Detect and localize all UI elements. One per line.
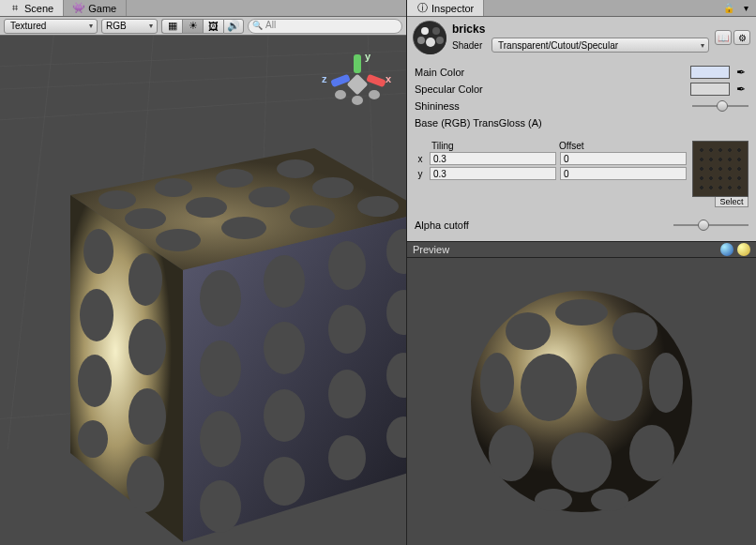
offset-y-input[interactable] — [560, 167, 687, 180]
main-color-eyedropper-icon[interactable]: ✒ — [733, 65, 748, 80]
svg-point-21 — [290, 205, 335, 228]
specular-color-swatch[interactable] — [690, 83, 730, 96]
svg-point-61 — [489, 425, 534, 481]
main-color-label: Main Color — [415, 67, 687, 78]
svg-point-51 — [426, 38, 435, 47]
svg-point-30 — [127, 456, 164, 512]
tab-game-label: Game — [88, 3, 116, 14]
svg-point-64 — [535, 489, 572, 511]
color-mode-dropdown[interactable]: RGB — [101, 19, 158, 34]
search-placeholder: All — [265, 20, 276, 30]
orientation-gizmo[interactable]: y x z — [325, 53, 389, 116]
svg-point-37 — [328, 305, 366, 354]
specular-color-eyedropper-icon[interactable]: ✒ — [733, 82, 748, 97]
material-properties: Main Color ✒ Specular Color ✒ Shininess … — [407, 58, 756, 137]
tiling-x-input[interactable] — [430, 152, 556, 165]
tiling-y-input[interactable] — [430, 167, 556, 180]
offset-header-label: Offset — [559, 141, 687, 151]
axis-x-label: x — [415, 154, 426, 164]
tab-game[interactable]: 👾 Game — [64, 0, 127, 16]
svg-point-45 — [328, 435, 366, 480]
color-mode-value: RGB — [106, 21, 127, 31]
svg-point-36 — [264, 322, 305, 374]
svg-point-33 — [328, 241, 366, 290]
shader-label: Shader — [452, 40, 488, 51]
svg-point-65 — [591, 489, 628, 511]
scene-viewport[interactable]: y x z — [0, 36, 406, 545]
svg-point-12 — [155, 178, 192, 197]
svg-point-27 — [78, 355, 112, 407]
search-input[interactable]: All — [248, 19, 402, 34]
svg-point-48 — [421, 27, 429, 35]
svg-point-63 — [629, 425, 674, 481]
axis-y-label: y — [415, 169, 426, 179]
svg-point-31 — [200, 270, 241, 326]
scene-tabs: ⌗ Scene 👾 Game — [0, 0, 406, 17]
svg-point-50 — [417, 37, 425, 44]
alpha-cutoff-label: Alpha cutoff — [415, 220, 666, 231]
offset-x-input[interactable] — [560, 152, 687, 165]
svg-point-25 — [80, 289, 113, 341]
lighting-toggle-button[interactable]: ☀ — [182, 19, 203, 34]
lock-icon[interactable]: 🔒 — [722, 2, 735, 15]
gizmo-z-label: z — [322, 73, 327, 84]
shininess-label: Shininess — [415, 100, 688, 112]
svg-point-20 — [221, 217, 266, 239]
texture-select-button[interactable]: Select — [715, 196, 748, 207]
material-header: bricks Shader Transparent/Cutout/Specula… — [407, 17, 756, 58]
gizmo-x-axis[interactable] — [366, 74, 386, 87]
gizmo-y-axis[interactable] — [354, 54, 361, 73]
toggle-2d-button[interactable]: ▦ — [161, 19, 182, 34]
gizmo-center[interactable] — [347, 74, 369, 96]
svg-point-54 — [555, 299, 608, 325]
svg-point-23 — [83, 229, 113, 274]
help-button[interactable]: 📖 — [715, 30, 732, 45]
preview-sphere — [464, 284, 699, 519]
tab-scene[interactable]: ⌗ Scene — [0, 0, 64, 16]
tab-inspector[interactable]: ⓘ Inspector — [407, 0, 484, 16]
panel-menu-icon[interactable]: ▾ — [739, 2, 752, 15]
svg-point-24 — [129, 253, 162, 306]
svg-point-49 — [432, 27, 440, 35]
scene-cube[interactable] — [33, 111, 406, 545]
scene-icon: ⌗ — [9, 3, 21, 14]
texture-thumbnail[interactable] — [692, 141, 748, 197]
main-color-swatch[interactable] — [690, 66, 730, 79]
svg-point-26 — [129, 319, 166, 375]
inspector-icon: ⓘ — [416, 3, 428, 14]
render-mode-dropdown[interactable]: Textured — [4, 19, 98, 34]
svg-point-58 — [521, 354, 577, 421]
alpha-cutoff-slider[interactable] — [673, 219, 748, 232]
material-preview[interactable] — [407, 258, 756, 545]
material-thumbnail[interactable] — [413, 21, 446, 54]
svg-point-44 — [264, 457, 305, 506]
alpha-cutoff-row: Alpha cutoff — [407, 215, 756, 241]
svg-point-62 — [552, 432, 612, 492]
shininess-thumb[interactable] — [717, 100, 728, 112]
shininess-slider[interactable] — [692, 99, 748, 113]
fx-toggle-button[interactable]: 🖼 — [203, 19, 223, 34]
svg-point-56 — [612, 312, 658, 350]
svg-point-13 — [216, 169, 253, 188]
gizmo-x-label: x — [386, 73, 391, 84]
gizmo-y-label: y — [365, 51, 370, 62]
shader-dropdown[interactable]: Transparent/Cutout/Specular — [491, 38, 709, 53]
base-texture-label: Base (RGB) TransGloss (A) — [415, 117, 748, 129]
svg-point-29 — [78, 420, 108, 458]
alpha-cutoff-thumb[interactable] — [698, 220, 709, 231]
texture-tiling-section: Tiling Offset x y Select — [407, 137, 756, 215]
render-mode-value: Textured — [10, 21, 46, 31]
shader-value: Transparent/Cutout/Specular — [498, 40, 618, 51]
preview-light-toggle[interactable] — [720, 243, 733, 256]
svg-point-18 — [312, 177, 354, 198]
svg-point-17 — [249, 187, 290, 207]
material-name: bricks — [452, 23, 709, 36]
settings-button[interactable]: ⚙ — [733, 30, 750, 45]
tab-scene-label: Scene — [24, 3, 53, 14]
preview-title: Preview — [413, 244, 449, 255]
audio-toggle-button[interactable]: 🔊 — [223, 19, 244, 34]
svg-point-55 — [506, 312, 551, 350]
tab-inspector-label: Inspector — [431, 3, 474, 14]
preview-background-toggle[interactable] — [737, 243, 750, 256]
svg-point-15 — [125, 208, 166, 229]
